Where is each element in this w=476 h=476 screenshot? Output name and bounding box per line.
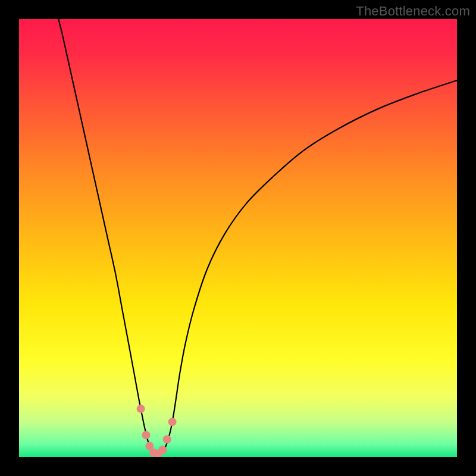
plot-area (19, 19, 457, 457)
gradient-background (19, 19, 457, 457)
bottleneck-chart (19, 19, 457, 457)
watermark-text: TheBottleneck.com (356, 4, 470, 19)
marker-point (168, 418, 177, 426)
chart-frame: TheBottleneck.com (0, 0, 476, 476)
marker-point (142, 431, 150, 439)
marker-point (163, 436, 171, 444)
marker-point (158, 446, 167, 454)
marker-point (137, 405, 145, 413)
